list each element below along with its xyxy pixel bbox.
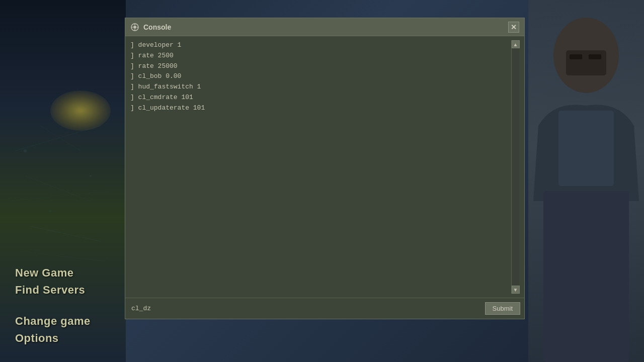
menu-item-new-game[interactable]: New Game	[15, 266, 91, 280]
scrollbar-up-button[interactable]: ▲	[512, 40, 520, 48]
scrollbar-down-button[interactable]: ▼	[512, 286, 520, 294]
svg-point-6	[49, 210, 51, 212]
svg-point-16	[133, 26, 136, 29]
console-scrollbar[interactable]: ▲ ▼	[511, 40, 519, 294]
svg-line-8	[20, 251, 106, 261]
console-output[interactable]: ] developer 1 ] rate 2500 ] rate 25000 ]…	[125, 36, 524, 298]
svg-line-1	[25, 176, 91, 201]
console-line-1: ] developer 1	[130, 40, 511, 51]
menu-item-change-game[interactable]: Change game	[15, 315, 91, 328]
console-line-7: ] cl_updaterate 101	[130, 103, 511, 114]
console-titlebar: Console ✕	[125, 18, 524, 36]
svg-line-3	[30, 226, 101, 241]
console-line-6: ] cl_cmdrate 101	[130, 93, 511, 103]
svg-rect-12	[589, 54, 601, 59]
console-title-left: Console	[130, 23, 171, 32]
console-text-area: ] developer 1 ] rate 2500 ] rate 25000 ]…	[130, 40, 511, 294]
console-input-area: Submit	[125, 298, 524, 319]
console-input-field[interactable]	[129, 303, 482, 314]
svg-rect-10	[566, 50, 606, 75]
close-button[interactable]: ✕	[508, 22, 519, 33]
console-line-2: ] rate 2500	[130, 51, 511, 61]
character-svg	[528, 0, 644, 362]
svg-rect-14	[543, 191, 629, 362]
svg-line-2	[10, 191, 111, 201]
bg-glow	[50, 90, 111, 131]
menu-item-find-servers[interactable]: Find Servers	[15, 284, 91, 297]
menu-gap	[15, 301, 91, 311]
scrollbar-track[interactable]	[512, 48, 519, 286]
menu-item-options[interactable]: Options	[15, 332, 91, 345]
svg-rect-13	[558, 111, 614, 186]
console-line-3: ] rate 25000	[130, 61, 511, 72]
console-line-4: ] cl_bob 0.00	[130, 71, 511, 82]
console-title: Console	[143, 23, 171, 31]
svg-rect-11	[570, 54, 582, 59]
main-menu: New Game Find Servers Change game Option…	[15, 266, 91, 345]
svg-point-5	[90, 175, 92, 177]
console-window: Console ✕ ] developer 1 ] rate 2500 ] ra…	[125, 18, 525, 319]
steam-icon	[130, 23, 139, 32]
svg-point-4	[24, 149, 27, 152]
character-panel	[528, 0, 644, 362]
console-line-5: ] hud_fastswitch 1	[130, 82, 511, 93]
submit-button[interactable]: Submit	[485, 302, 520, 315]
